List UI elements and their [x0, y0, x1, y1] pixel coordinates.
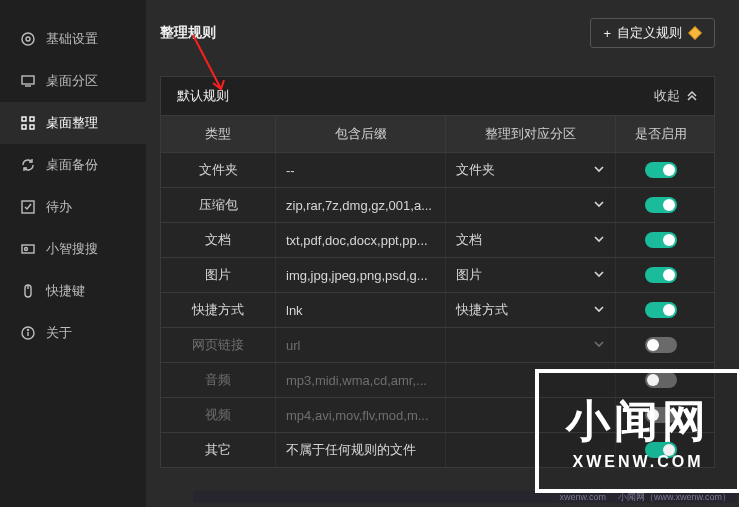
- table-row: 文件夹--文件夹: [161, 152, 714, 187]
- vip-diamond-icon: [688, 26, 702, 40]
- table-row: 文档txt,pdf,doc,docx,ppt,pp...文档: [161, 222, 714, 257]
- cell-enabled: [616, 223, 706, 257]
- custom-rule-label: 自定义规则: [617, 24, 682, 42]
- gear-outline-icon: [20, 31, 36, 47]
- target-dropdown[interactable]: 快捷方式: [446, 293, 616, 327]
- sidebar-item-label: 桌面备份: [46, 156, 98, 174]
- cell-suffix: url: [276, 328, 446, 362]
- watermark-bar-left: xwenw.com: [559, 492, 606, 502]
- watermark-box: 小闻网 XWENW.COM: [535, 369, 739, 493]
- section-header: 整理规则 + 自定义规则: [160, 18, 715, 48]
- cell-type: 视频: [161, 398, 276, 432]
- svg-rect-5: [30, 117, 34, 121]
- enable-toggle[interactable]: [645, 232, 677, 248]
- sidebar-item-label: 桌面分区: [46, 72, 98, 90]
- chevron-down-icon: [593, 233, 605, 248]
- cell-enabled: [616, 293, 706, 327]
- table-row: 压缩包zip,rar,7z,dmg,gz,001,a...: [161, 187, 714, 222]
- table-header: 类型 包含后缀 整理到对应分区 是否启用: [161, 115, 714, 152]
- enable-toggle[interactable]: [645, 337, 677, 353]
- cell-type: 文件夹: [161, 153, 276, 187]
- sidebar-item-2[interactable]: 桌面整理: [0, 102, 146, 144]
- sidebar-item-label: 基础设置: [46, 30, 98, 48]
- enable-toggle[interactable]: [645, 267, 677, 283]
- cell-suffix: txt,pdf,doc,docx,ppt,pp...: [276, 223, 446, 257]
- chevron-down-icon: [593, 198, 605, 213]
- svg-point-10: [25, 248, 28, 251]
- target-dropdown[interactable]: [446, 328, 616, 362]
- cell-type: 其它: [161, 433, 276, 467]
- enable-toggle[interactable]: [645, 197, 677, 213]
- watermark-big: 小闻网: [566, 392, 710, 451]
- collapse-button[interactable]: 收起: [654, 87, 698, 105]
- sidebar-item-label: 关于: [46, 324, 72, 342]
- mouse-icon: [20, 283, 36, 299]
- sidebar-item-label: 待办: [46, 198, 72, 216]
- sidebar-item-0[interactable]: 基础设置: [0, 18, 146, 60]
- enable-toggle[interactable]: [645, 162, 677, 178]
- info-icon: [20, 325, 36, 341]
- cell-type: 音频: [161, 363, 276, 397]
- chevron-down-icon: [593, 338, 605, 353]
- cell-suffix: zip,rar,7z,dmg,gz,001,a...: [276, 188, 446, 222]
- cell-enabled: [616, 188, 706, 222]
- sidebar-item-6[interactable]: 快捷键: [0, 270, 146, 312]
- section-title: 整理规则: [160, 24, 216, 42]
- col-type: 类型: [161, 116, 276, 152]
- target-dropdown[interactable]: 图片: [446, 258, 616, 292]
- watermark-sub: XWENW.COM: [573, 453, 704, 471]
- target-dropdown[interactable]: 文件夹: [446, 153, 616, 187]
- svg-point-1: [26, 37, 30, 41]
- sidebar-item-label: 小智搜搜: [46, 240, 98, 258]
- cell-suffix: img,jpg,jpeg,png,psd,g...: [276, 258, 446, 292]
- sidebar-item-5[interactable]: 小智搜搜: [0, 228, 146, 270]
- cell-suffix: mp4,avi,mov,flv,mod,m...: [276, 398, 446, 432]
- cell-type: 文档: [161, 223, 276, 257]
- target-value: 图片: [456, 266, 482, 284]
- refresh-icon: [20, 157, 36, 173]
- enable-toggle[interactable]: [645, 302, 677, 318]
- collapse-label: 收起: [654, 87, 680, 105]
- svg-rect-2: [22, 76, 34, 84]
- sidebar-item-4[interactable]: 待办: [0, 186, 146, 228]
- custom-rule-button[interactable]: + 自定义规则: [590, 18, 715, 48]
- sidebar-item-label: 桌面整理: [46, 114, 98, 132]
- svg-point-15: [28, 330, 29, 331]
- grid-icon: [20, 115, 36, 131]
- cell-suffix: mp3,midi,wma,cd,amr,...: [276, 363, 446, 397]
- checkbox-icon: [20, 199, 36, 215]
- plus-icon: +: [603, 26, 611, 41]
- sidebar-item-7[interactable]: 关于: [0, 312, 146, 354]
- target-value: 快捷方式: [456, 301, 508, 319]
- cell-suffix: --: [276, 153, 446, 187]
- cell-suffix: lnk: [276, 293, 446, 327]
- col-suffix: 包含后缀: [276, 116, 446, 152]
- sidebar-item-label: 快捷键: [46, 282, 85, 300]
- cell-type: 图片: [161, 258, 276, 292]
- svg-rect-7: [30, 125, 34, 129]
- col-target: 整理到对应分区: [446, 116, 616, 152]
- target-dropdown[interactable]: [446, 188, 616, 222]
- table-row: 图片img,jpg,jpeg,png,psd,g...图片: [161, 257, 714, 292]
- cell-type: 压缩包: [161, 188, 276, 222]
- svg-rect-6: [22, 125, 26, 129]
- col-enabled: 是否启用: [616, 116, 706, 152]
- sidebar-item-3[interactable]: 桌面备份: [0, 144, 146, 186]
- cell-enabled: [616, 153, 706, 187]
- svg-rect-4: [22, 117, 26, 121]
- monitor-icon: [20, 73, 36, 89]
- chevron-down-icon: [593, 163, 605, 178]
- search-box-icon: [20, 241, 36, 257]
- double-chevron-up-icon: [686, 89, 698, 104]
- svg-point-0: [22, 33, 34, 45]
- cell-enabled: [616, 258, 706, 292]
- target-value: 文档: [456, 231, 482, 249]
- main-content: 整理规则 + 自定义规则 默认规则 收起 类型 包含后缀 整理到对应分区 是否启…: [146, 0, 739, 507]
- chevron-down-icon: [593, 303, 605, 318]
- cell-type: 网页链接: [161, 328, 276, 362]
- cell-enabled: [616, 328, 706, 362]
- target-dropdown[interactable]: 文档: [446, 223, 616, 257]
- panel-title: 默认规则: [177, 87, 229, 105]
- sidebar-item-1[interactable]: 桌面分区: [0, 60, 146, 102]
- table-row: 网页链接url: [161, 327, 714, 362]
